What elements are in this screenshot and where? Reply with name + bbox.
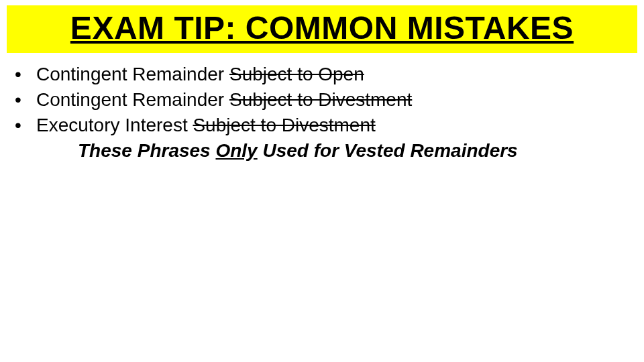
note-pre: These Phrases xyxy=(78,140,215,161)
list-item-prefix: Executory Interest xyxy=(36,115,193,135)
bullet-icon: • xyxy=(12,115,36,136)
bullet-icon: • xyxy=(12,64,36,85)
list-item-text: Contingent Remainder Subject to Open xyxy=(36,64,632,85)
note-underline: Only xyxy=(215,140,257,161)
title-bar: EXAM TIP: COMMON MISTAKES xyxy=(7,5,637,53)
bullet-icon: • xyxy=(12,89,36,111)
list-item: • Executory Interest Subject to Divestme… xyxy=(12,115,632,136)
note-post: Used for Vested Remainders xyxy=(258,140,518,161)
note-line: These Phrases Only Used for Vested Remai… xyxy=(12,140,632,162)
list-item-strike: Subject to Divestment xyxy=(229,89,412,110)
list-item-text: Contingent Remainder Subject to Divestme… xyxy=(36,89,632,111)
list-item: • Contingent Remainder Subject to Divest… xyxy=(12,89,632,111)
list-item-text: Executory Interest Subject to Divestment xyxy=(36,115,632,136)
list-item-prefix: Contingent Remainder xyxy=(36,89,229,110)
list-item: • Contingent Remainder Subject to Open xyxy=(12,64,632,85)
list-item-prefix: Contingent Remainder xyxy=(36,64,229,84)
slide: EXAM TIP: COMMON MISTAKES • Contingent R… xyxy=(0,0,644,362)
content-area: • Contingent Remainder Subject to Open •… xyxy=(7,64,637,162)
list-item-strike: Subject to Open xyxy=(229,64,364,84)
list-item-strike: Subject to Divestment xyxy=(193,115,375,135)
page-title: EXAM TIP: COMMON MISTAKES xyxy=(70,9,574,46)
